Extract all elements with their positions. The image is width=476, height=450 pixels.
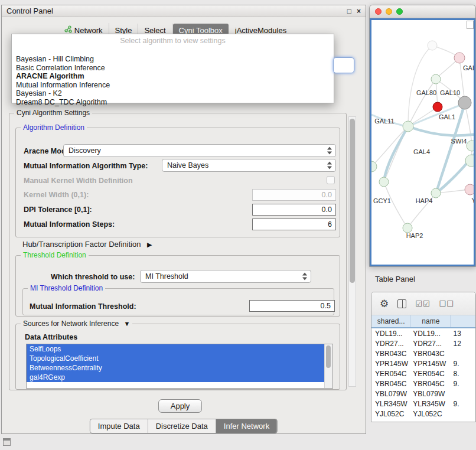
manual-kernel-label: Manual Kernel Width Definition (24, 177, 133, 185)
kernel-width-field[interactable]: 0.0 (252, 189, 336, 201)
network-node[interactable] (371, 161, 377, 172)
column-header-name[interactable]: name (411, 315, 451, 327)
close-window-icon[interactable]: × (357, 8, 361, 15)
tab-discretize-data[interactable]: Discretize Data (148, 419, 216, 433)
network-node[interactable] (428, 41, 437, 50)
network-node[interactable] (465, 184, 475, 195)
cell-shared: YBR043C (371, 350, 411, 358)
select-all-checkboxes-icon[interactable]: ☑☑ (415, 299, 430, 308)
mi-type-label: Mutual Information Algorithm Type: (24, 162, 148, 170)
attribute-list-item[interactable]: gal4RGexp (27, 373, 325, 382)
network-node[interactable] (431, 74, 441, 84)
node-label: GAL10 (440, 89, 460, 96)
zoom-button[interactable] (396, 8, 403, 15)
dpi-tolerance-field[interactable]: 0.0 (252, 204, 336, 216)
dropdown-item[interactable]: Bayesian - K2 (12, 89, 334, 98)
cyni-algorithm-settings-group: Cyni Algorithm Settings Algorithm Defini… (9, 113, 347, 390)
network-node[interactable] (431, 188, 441, 198)
cell-name: YER054C (411, 370, 451, 378)
cell-name: YBL079W (411, 390, 451, 398)
cell-name: YLR345W (411, 400, 451, 408)
dropdown-item[interactable]: Bayesian - Hill Climbing (12, 55, 334, 64)
network-view-window: GAL GAL80 GAL10 GAL11 GAL1 SWI4 GAL4 GCY… (369, 5, 476, 267)
cell-shared: YDR27... (371, 340, 411, 348)
cell-shared: YJL052C (371, 410, 411, 418)
column-header-extra[interactable] (451, 315, 475, 327)
network-node[interactable] (465, 155, 475, 167)
table-row[interactable]: YJL052C YJL052C (371, 409, 475, 419)
network-node[interactable] (433, 102, 442, 112)
cell-shared: YER054C (371, 370, 411, 378)
network-node[interactable] (467, 141, 475, 151)
close-button[interactable] (375, 8, 382, 15)
table-row[interactable]: YDL19... YDL19... 13 (371, 328, 475, 338)
sources-group-toggle[interactable]: Sources for Network Inference ▼ (21, 319, 132, 328)
node-label: HAP4 (416, 197, 433, 204)
table-row[interactable]: YER054C YER054C 8. (371, 369, 475, 379)
float-window-icon[interactable]: □ (347, 8, 351, 15)
aracne-mode-value: Discovery (69, 146, 101, 155)
node-label: GAL4 (413, 148, 430, 155)
view-corner-box (467, 21, 474, 29)
deselect-all-checkboxes-icon[interactable]: ☐☐ (439, 299, 454, 308)
network-node[interactable] (454, 53, 465, 63)
table-toolbar: ⚙ ☑☑ ☐☐ (371, 292, 475, 315)
algorithm-definition-title: Algorithm Definition (21, 123, 87, 132)
cell-name: YPR145W (411, 360, 451, 368)
table-row[interactable]: YBL079W YBL079W (371, 389, 475, 399)
aracne-mode-select[interactable]: Discovery (63, 144, 336, 157)
network-node[interactable] (403, 121, 413, 132)
table-row[interactable]: YBR045C YBR045C 9. (371, 379, 475, 389)
cell-name: YDL19... (411, 330, 451, 338)
table-panel-window: ⚙ ☑☑ ☐☐ shared... name YDL19... YDL19...… (371, 292, 476, 422)
attribute-list-scrollbar[interactable] (324, 344, 332, 388)
table-row[interactable]: YBR043C YBR043C (371, 348, 475, 358)
scrollbar-thumb[interactable] (326, 345, 331, 368)
mi-threshold-field[interactable]: 0.5 (249, 300, 335, 312)
chevron-updown-icon (327, 162, 332, 169)
dropdown-item-selected[interactable]: ARACNE Algorithm (12, 72, 334, 81)
chevron-updown-icon (327, 147, 332, 155)
node-label: Y (471, 197, 475, 204)
mi-type-select[interactable]: Naive Bayes (162, 159, 336, 172)
tab-infer-network[interactable]: Infer Network (216, 419, 277, 433)
node-label: HAP2 (406, 232, 423, 239)
dropdown-item[interactable]: Dream8 DC_TDC Algorithm (12, 98, 334, 107)
manual-kernel-checkbox[interactable] (327, 176, 335, 184)
table-row[interactable]: YLR345W YLR345W 9. (371, 399, 475, 409)
mi-threshold-group-title: MI Threshold Definition (28, 284, 105, 292)
table-header-row: shared... name (371, 315, 475, 328)
dropdown-item[interactable]: Basic Correlation Inference (12, 64, 334, 73)
algorithm-combobox[interactable] (333, 57, 354, 73)
restore-panel-icon[interactable] (3, 438, 11, 446)
cell-name: YBR043C (411, 350, 451, 358)
cell-value: 13 (451, 330, 475, 338)
settings-scrollbar[interactable] (348, 116, 356, 387)
which-threshold-select[interactable]: MI Threshold (140, 270, 311, 283)
scrollbar-thumb[interactable] (350, 119, 355, 283)
minimize-button[interactable] (386, 8, 392, 15)
hub-section-label: Hub/Transcription Factor Definition (22, 240, 141, 249)
network-canvas[interactable]: GAL GAL80 GAL10 GAL11 GAL1 SWI4 GAL4 GCY… (370, 18, 475, 266)
dropdown-item[interactable]: Mutual Information Inference (12, 81, 334, 90)
hub-section-toggle[interactable]: Hub/Transcription Factor Definition ▶ (22, 240, 152, 249)
network-node[interactable] (403, 223, 412, 233)
gear-icon[interactable]: ⚙ (380, 299, 389, 309)
attribute-list-item[interactable]: SelfLoops (27, 344, 325, 354)
attribute-list-item[interactable]: BetweennessCentrality (27, 363, 325, 373)
cell-value: 12 (451, 340, 475, 348)
attribute-list-item[interactable]: TopologicalCoefficient (27, 354, 325, 363)
which-threshold-label: Which threshold to use: (51, 273, 135, 281)
attribute-list[interactable]: SelfLoops TopologicalCoefficient Between… (26, 344, 333, 389)
table-row[interactable]: YPR145W YPR145W 9. (371, 358, 475, 369)
network-node[interactable] (458, 96, 471, 109)
mi-steps-field[interactable]: 6 (252, 219, 336, 230)
apply-button[interactable]: Apply (158, 399, 202, 413)
network-node[interactable] (379, 177, 389, 187)
table-row[interactable]: YDR27... YDR27... 12 (371, 338, 475, 348)
mi-steps-label: Mutual Information Steps: (24, 220, 115, 229)
tab-impute-data[interactable]: Impute Data (90, 419, 148, 433)
column-header-shared-name[interactable]: shared... (371, 315, 411, 327)
which-threshold-value: MI Threshold (145, 272, 188, 281)
columns-icon[interactable] (397, 299, 406, 308)
